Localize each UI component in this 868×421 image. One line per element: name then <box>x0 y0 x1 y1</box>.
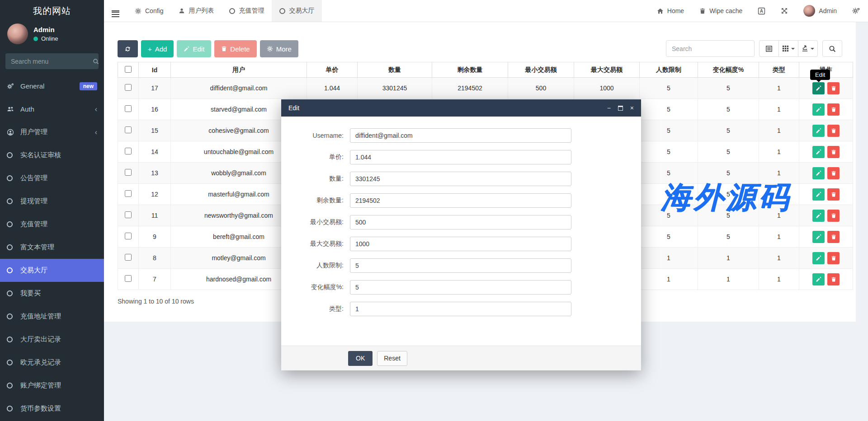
sidebar-item-address-mgmt[interactable]: 充值地址管理 <box>0 305 104 328</box>
sidebar-search-input[interactable] <box>11 58 93 65</box>
sidebar-item-realname-audit[interactable]: 实名认证审核 <box>0 144 104 167</box>
row-delete-button[interactable] <box>827 210 840 222</box>
sidebar-item-user-mgmt[interactable]: 用户管理‹ <box>0 121 104 144</box>
row-delete-button[interactable] <box>827 231 840 243</box>
advanced-search-button[interactable] <box>822 40 842 57</box>
home-link[interactable]: Home <box>649 0 692 22</box>
column-header[interactable]: 类型 <box>759 62 799 78</box>
row-edit-button[interactable] <box>812 231 825 243</box>
field-input-price[interactable] <box>350 150 571 164</box>
column-header[interactable]: 剩余数量 <box>432 62 508 78</box>
row-edit-button[interactable] <box>812 252 825 264</box>
field-input-qty[interactable] <box>350 172 571 186</box>
cell-type: 1 <box>759 269 799 290</box>
close-icon[interactable]: × <box>630 105 634 111</box>
user-name: Admin <box>33 26 58 33</box>
table-search-input[interactable] <box>666 40 755 57</box>
modal-header[interactable]: Edit − × <box>281 99 641 117</box>
edit-button[interactable]: Edit <box>177 40 211 57</box>
column-header[interactable]: 人数限制 <box>640 62 698 78</box>
settings-button[interactable] <box>844 0 868 22</box>
delete-button[interactable]: Delete <box>214 40 256 57</box>
language-button[interactable]: A <box>750 0 773 22</box>
sidebar-item-withdraw-mgmt[interactable]: 提现管理 <box>0 190 104 213</box>
row-edit-button[interactable] <box>812 125 825 137</box>
more-button[interactable]: More <box>260 40 298 57</box>
table-row[interactable]: 17diffident@gmail.com1.04433012452194502… <box>118 78 853 99</box>
pagination-toggle-button[interactable] <box>759 40 779 57</box>
row-edit-button[interactable] <box>812 103 825 116</box>
minimize-icon[interactable]: − <box>607 105 611 111</box>
sidebar-item-notice-mgmt[interactable]: 公告管理 <box>0 167 104 190</box>
row-edit-button[interactable] <box>812 188 825 201</box>
sidebar-item-hall-sell-log[interactable]: 大厅卖出记录 <box>0 328 104 351</box>
admin-menu[interactable]: Admin <box>796 0 844 22</box>
row-delete-button[interactable] <box>827 167 840 179</box>
column-header[interactable]: 单价 <box>307 62 358 78</box>
circle-icon <box>7 152 20 158</box>
column-header[interactable]: Id <box>139 62 171 78</box>
maximize-icon[interactable] <box>618 106 623 111</box>
row-checkbox[interactable] <box>125 190 132 197</box>
tab-user-list[interactable]: 用户列表 <box>171 0 222 22</box>
sidebar-toggle-button[interactable] <box>104 0 127 22</box>
circle-icon <box>229 8 235 14</box>
sidebar-item-recharge-mgmt[interactable]: 充值管理 <box>0 213 104 236</box>
row-delete-button[interactable] <box>827 125 840 137</box>
column-header[interactable]: 数量 <box>358 62 432 78</box>
column-header[interactable]: 用户 <box>171 62 307 78</box>
sidebar-item-i-want-buy[interactable]: 我要买 <box>0 282 104 305</box>
field-input-range[interactable] <box>350 280 571 295</box>
sidebar-item-richtext-mgmt[interactable]: 富文本管理 <box>0 236 104 259</box>
field-input-type[interactable] <box>350 302 571 316</box>
row-edit-button[interactable] <box>812 146 825 158</box>
row-checkbox[interactable] <box>125 254 132 261</box>
refresh-button[interactable] <box>118 40 138 57</box>
row-edit-button[interactable] <box>812 167 825 179</box>
row-checkbox[interactable] <box>125 169 132 176</box>
row-checkbox[interactable] <box>125 148 132 154</box>
tab-trade-hall[interactable]: 交易大厅 <box>272 0 322 22</box>
wipe-cache-link[interactable]: Wipe cache <box>692 0 750 22</box>
reset-button[interactable]: Reset <box>377 351 407 366</box>
row-checkbox[interactable] <box>125 233 132 239</box>
ok-button[interactable]: OK <box>348 351 373 366</box>
sidebar-item-general[interactable]: Generalnew <box>0 75 104 98</box>
row-delete-button[interactable] <box>827 82 840 94</box>
row-delete-button[interactable] <box>827 188 840 201</box>
view-controls-group <box>759 40 818 57</box>
field-input-min[interactable] <box>350 215 571 229</box>
field-input-username[interactable] <box>350 128 571 143</box>
row-select-cell <box>118 141 139 163</box>
row-delete-button[interactable] <box>827 146 840 158</box>
sidebar-item-currency-param[interactable]: 货币参数设置 <box>0 397 104 420</box>
export-button[interactable] <box>798 40 818 57</box>
tab-config[interactable]: Config <box>127 0 171 22</box>
row-checkbox[interactable] <box>125 84 132 91</box>
column-header[interactable]: 最小交易额 <box>508 62 574 78</box>
sidebar-item-account-bind[interactable]: 账户绑定管理 <box>0 374 104 397</box>
row-delete-button[interactable] <box>827 252 840 264</box>
row-checkbox[interactable] <box>125 105 132 112</box>
field-input-limit[interactable] <box>350 258 571 273</box>
row-delete-button[interactable] <box>827 273 840 285</box>
tab-recharge-mgmt[interactable]: 充值管理 <box>222 0 272 22</box>
sidebar-item-auth[interactable]: Auth‹ <box>0 98 104 121</box>
field-input-remain[interactable] <box>350 193 571 208</box>
columns-button[interactable] <box>778 40 798 57</box>
row-delete-button[interactable] <box>827 103 840 116</box>
field-input-max[interactable] <box>350 237 571 251</box>
column-header[interactable]: 最大交易额 <box>574 62 640 78</box>
row-edit-button[interactable] <box>812 273 825 285</box>
row-checkbox[interactable] <box>125 275 132 282</box>
column-header[interactable]: 变化幅度% <box>698 62 759 78</box>
row-edit-button[interactable] <box>812 82 825 94</box>
row-edit-button[interactable] <box>812 210 825 222</box>
add-button[interactable]: +Add <box>141 40 174 57</box>
row-checkbox[interactable] <box>125 126 132 133</box>
sidebar-item-euro-exchange[interactable]: 欧元承兑记录 <box>0 351 104 374</box>
sidebar-item-trade-hall[interactable]: 交易大厅 <box>0 259 104 282</box>
row-checkbox[interactable] <box>125 211 132 218</box>
select-all-checkbox[interactable] <box>125 66 132 73</box>
fullscreen-button[interactable] <box>773 0 796 22</box>
